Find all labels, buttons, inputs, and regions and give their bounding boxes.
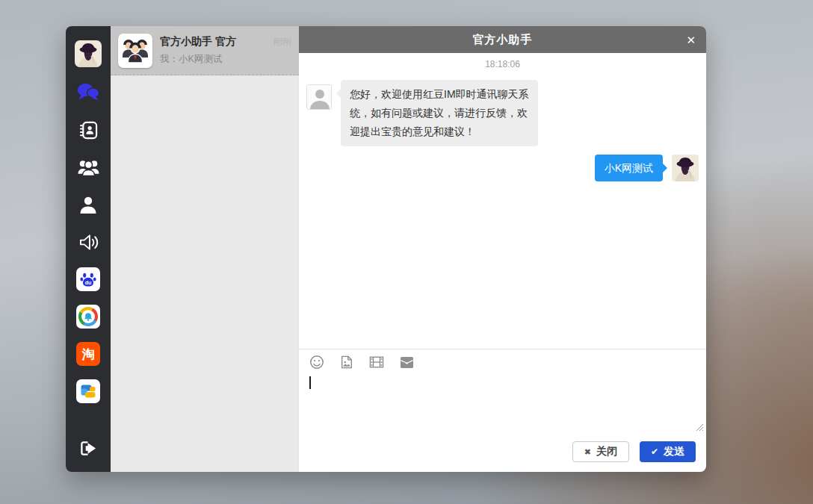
- message-area: 18:18:06 您好，欢迎使用红豆IM即时通讯聊天系统，如有问题或建议，请进行…: [299, 53, 706, 349]
- group-avatar: [118, 34, 152, 68]
- assistant-avatar: [306, 84, 332, 110]
- hat-person-photo: [672, 155, 699, 181]
- close-button-label: 关闭: [596, 445, 617, 458]
- video-icon[interactable]: [369, 355, 384, 370]
- chats-icon[interactable]: [76, 81, 100, 105]
- user-avatar[interactable]: [75, 40, 102, 67]
- resize-handle[interactable]: [696, 421, 704, 435]
- announcement-speaker-icon[interactable]: [76, 230, 100, 254]
- groups-icon[interactable]: [76, 155, 100, 179]
- my-avatar: [672, 155, 699, 181]
- file-icon[interactable]: [399, 355, 414, 370]
- baidu-du-glyph: du: [85, 280, 92, 285]
- send-button[interactable]: ✔ 发送: [640, 441, 696, 462]
- incoming-message-bubble: 您好，欢迎使用红豆IM即时通讯聊天系统，如有问题或建议，请进行反馈，欢迎提出宝贵…: [341, 80, 538, 146]
- taobao-app-icon[interactable]: 淘: [76, 342, 100, 366]
- profile-icon[interactable]: [76, 193, 100, 217]
- conversation-item-official-assistant[interactable]: 官方小助手 官方 刚刚 我：小K网测试: [111, 26, 299, 75]
- desktop-background: du 淘: [0, 0, 813, 504]
- conversation-preview: 我：小K网测试: [160, 53, 291, 66]
- image-icon[interactable]: [339, 355, 354, 370]
- im-main-window: du 淘: [66, 26, 706, 472]
- chat-title: 官方小助手: [473, 33, 533, 47]
- bell-icon: [83, 311, 93, 322]
- send-button-label: 发送: [664, 445, 684, 458]
- app-shortcut-icon[interactable]: [76, 379, 100, 403]
- contacts-book-icon[interactable]: [76, 118, 100, 142]
- person-silhouette-icon: [307, 85, 332, 110]
- chat-header: 官方小助手 ✕: [299, 26, 706, 53]
- message-input[interactable]: [299, 373, 706, 437]
- close-button[interactable]: ✖ 关闭: [572, 441, 629, 462]
- tencent-news-app-icon[interactable]: [76, 305, 100, 329]
- conversation-list: 官方小助手 官方 刚刚 我：小K网测试: [111, 26, 299, 472]
- baidu-app-icon[interactable]: du: [76, 267, 100, 291]
- close-icon[interactable]: ✕: [686, 34, 696, 46]
- chat-window: 官方小助手 ✕ 18:18:06 您好，欢迎使用红豆IM即时通讯聊天系统，如有问…: [299, 26, 706, 472]
- close-x-icon: ✖: [584, 447, 591, 457]
- send-check-icon: ✔: [651, 447, 658, 457]
- message-outgoing: 小K网测试: [306, 155, 699, 181]
- message-timestamp: 18:18:06: [306, 59, 699, 71]
- compose-footer: ✖ 关闭 ✔ 发送: [299, 437, 706, 472]
- conversation-time: 刚刚: [273, 36, 291, 49]
- emoji-icon[interactable]: [309, 355, 324, 370]
- compose-area: ✖ 关闭 ✔ 发送: [299, 349, 706, 472]
- text-caret: [309, 376, 311, 389]
- outgoing-message-bubble: 小K网测试: [595, 155, 663, 181]
- logout-icon[interactable]: [76, 436, 100, 460]
- hat-person-photo: [75, 40, 102, 67]
- conversation-title: 官方小助手 官方: [160, 35, 273, 49]
- taobao-glyph: 淘: [82, 346, 95, 363]
- message-incoming: 您好，欢迎使用红豆IM即时通讯聊天系统，如有问题或建议，请进行反馈，欢迎提出宝贵…: [306, 80, 699, 146]
- sidebar: du 淘: [66, 26, 111, 472]
- compose-toolbar: [299, 349, 706, 373]
